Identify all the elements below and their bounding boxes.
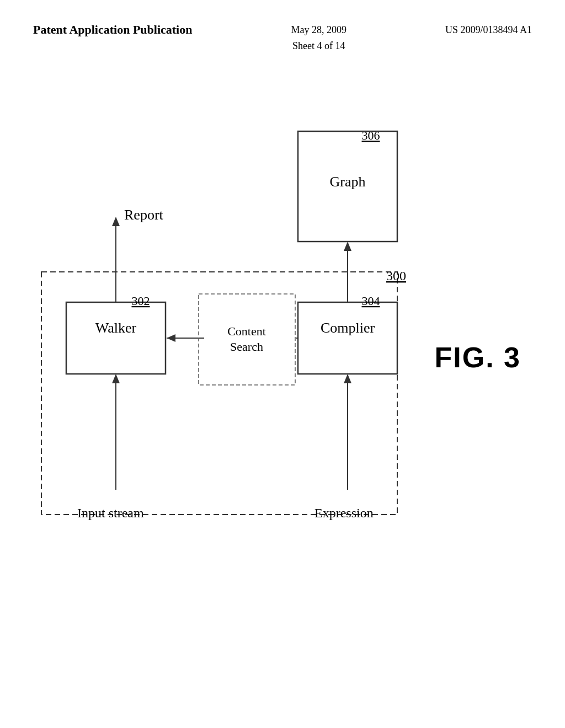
arrow-input-walker-head: [112, 374, 120, 383]
sheet-info: Sheet 4 of 14: [292, 40, 345, 51]
patent-number: US 2009/0138494 A1: [445, 22, 532, 38]
arrow-cs-walker-head: [167, 334, 175, 342]
arrow-expression-complier-head: [344, 374, 351, 383]
page-header: Patent Application Publication May 28, 2…: [0, 0, 565, 65]
expression-label: Expression: [315, 506, 374, 520]
publication-title: Patent Application Publication: [33, 22, 192, 38]
report-label: Report: [124, 207, 164, 223]
pub-date: May 28, 2009: [291, 24, 347, 35]
ref-302: 302: [132, 294, 150, 308]
arrow-walker-report-head: [112, 217, 120, 226]
label-300: 300: [386, 269, 406, 283]
diagram-area: 300 Walker 302 Complier 304 Graph 306 Re…: [0, 76, 565, 710]
complier-label: Complier: [321, 320, 375, 336]
ref-306: 306: [362, 129, 380, 142]
box-302: [66, 302, 166, 374]
graph-label: Graph: [330, 174, 366, 190]
content-search-label1: Content: [227, 324, 266, 338]
dashed-region-300: [41, 272, 397, 515]
ref-304: 304: [362, 294, 380, 308]
arrow-complier-graph-head: [344, 242, 351, 251]
content-search-label2: Search: [230, 340, 263, 354]
input-stream-label: Input stream: [77, 506, 144, 520]
figure-label: FIG. 3: [435, 341, 521, 374]
publication-date-sheet: May 28, 2009 Sheet 4 of 14: [291, 22, 347, 54]
box-304: [298, 302, 397, 374]
walker-label: Walker: [95, 320, 137, 336]
fig3-diagram: 300 Walker 302 Complier 304 Graph 306 Re…: [0, 76, 565, 710]
